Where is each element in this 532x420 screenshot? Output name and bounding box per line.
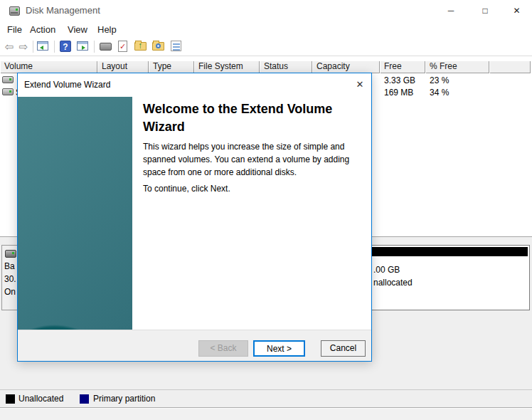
menu-view[interactable]: View — [68, 21, 87, 38]
dialog-title-bar[interactable]: Extend Volume Wizard ✕ — [18, 73, 371, 97]
col-filesystem[interactable]: File System — [194, 61, 260, 73]
unallocated-size-text: .00 GB — [373, 265, 400, 275]
legend-unallocated-label: Unallocated — [18, 394, 63, 404]
dialog-close-icon[interactable]: ✕ — [350, 75, 370, 95]
next-button[interactable]: Next > — [253, 340, 305, 357]
volume-icon — [2, 76, 14, 83]
window-title: Disk Management — [26, 0, 100, 21]
toolbar: ⇦ ⇨ ? ✓ ↑ — [0, 38, 532, 56]
volume-icon — [2, 88, 14, 95]
col-type[interactable]: Type — [149, 61, 194, 73]
col-filler — [489, 61, 531, 73]
magnifier-icon — [156, 43, 161, 48]
toolbar-separator — [33, 41, 33, 53]
col-capacity[interactable]: Capacity — [312, 61, 380, 73]
percent-free-value: 23 % — [430, 75, 449, 86]
title-bar: Disk Management ─ □ ✕ — [0, 0, 532, 21]
status-bar — [0, 407, 532, 420]
disk-status-text: On — [4, 287, 16, 297]
col-status[interactable]: Status — [260, 61, 312, 73]
toolbar-separator — [94, 41, 95, 53]
app-icon-led — [16, 9, 18, 11]
disk-type-text: Ba — [4, 261, 15, 271]
extend-volume-wizard-dialog: Extend Volume Wizard ✕ Welcome to the Ex… — [17, 73, 372, 362]
forward-icon[interactable]: ⇨ — [16, 40, 31, 54]
volume-list-header: Volume Layout Type File System Status Ca… — [0, 61, 531, 73]
legend-primary-label: Primary partition — [93, 394, 155, 404]
maximize-button[interactable]: □ — [469, 0, 501, 21]
disk-size-text: 30. — [4, 274, 16, 284]
disk-management-window: Disk Management ─ □ ✕ File Action View H… — [0, 0, 532, 420]
task-list-icon[interactable] — [171, 41, 181, 51]
app-icon-slot — [11, 12, 18, 14]
col-layout[interactable]: Layout — [97, 61, 149, 73]
properties-icon[interactable] — [100, 43, 112, 51]
free-space-value: 3.33 GB — [384, 75, 415, 86]
unallocated-swatch — [6, 394, 15, 404]
col-volume[interactable]: Volume — [0, 61, 97, 73]
wizard-body-line: space from one or more additional disks. — [143, 166, 363, 179]
disk-icon — [5, 250, 16, 258]
wizard-body-line: spanned volumes. You can extend a volume… — [143, 153, 363, 166]
menu-help[interactable]: Help — [97, 21, 117, 38]
show-action-pane-icon[interactable] — [77, 41, 88, 51]
menu-bar: File Action View Help — [0, 21, 532, 38]
close-button[interactable]: ✕ — [501, 0, 532, 21]
menu-file[interactable]: File — [7, 21, 22, 38]
show-console-tree-icon[interactable] — [37, 41, 48, 51]
dialog-footer — [18, 330, 371, 361]
wizard-sidebar-graphic — [18, 97, 132, 330]
unallocated-label-text: nallocated — [373, 278, 413, 288]
free-space-value: 169 MB — [384, 87, 413, 98]
col-freespace[interactable]: Free Spa... — [380, 61, 425, 73]
legend-bar: Unallocated Primary partition — [0, 389, 532, 407]
col-percentfree[interactable]: % Free — [425, 61, 489, 73]
cancel-button[interactable]: Cancel — [321, 340, 366, 357]
app-icon — [9, 6, 20, 16]
dialog-title: Extend Volume Wizard — [24, 73, 110, 97]
wizard-cta-text: To continue, click Next. — [143, 184, 356, 194]
wizard-body-line: This wizard helps you increase the size … — [143, 140, 363, 153]
minimize-button[interactable]: ─ — [435, 0, 467, 21]
folder-find-icon[interactable] — [152, 42, 164, 51]
wizard-heading: Welcome to the Extend Volume Wizard — [143, 100, 360, 136]
menu-action[interactable]: Action — [30, 21, 55, 38]
folder-up-icon[interactable]: ↑ — [134, 42, 147, 51]
back-button: < Back — [198, 340, 248, 357]
toolbar-separator — [54, 41, 55, 53]
back-icon[interactable]: ⇦ — [2, 40, 16, 54]
check-page-icon[interactable]: ✓ — [118, 41, 127, 52]
primary-partition-swatch — [80, 394, 89, 404]
percent-free-value: 34 % — [430, 87, 449, 98]
help-icon[interactable]: ? — [60, 41, 71, 52]
